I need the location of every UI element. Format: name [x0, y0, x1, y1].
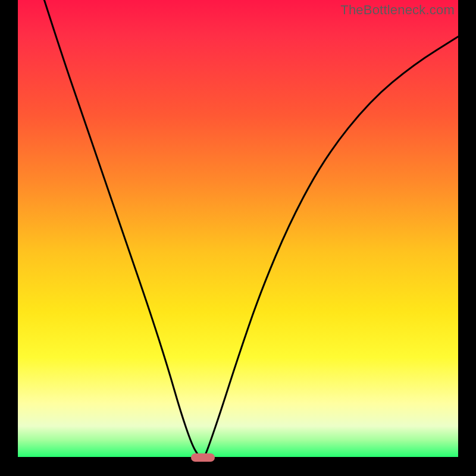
chart-frame: TheBottleneck.com [0, 0, 476, 476]
plot-area: TheBottleneck.com [18, 0, 458, 458]
optimal-marker [191, 453, 215, 462]
axis-baseline [18, 457, 458, 458]
bottleneck-curve [18, 0, 458, 458]
